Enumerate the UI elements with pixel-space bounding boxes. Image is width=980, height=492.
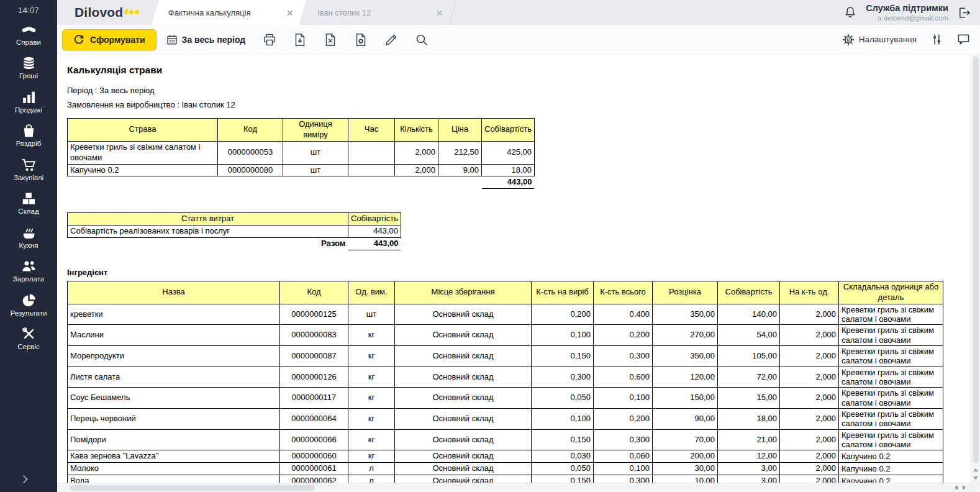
sidebar-item-kitchen[interactable]: Кухня	[0, 220, 57, 254]
sidebar-item-service[interactable]: Сервіс	[0, 322, 57, 356]
ingredient-assembly: Креветки гриль зі свіжим салатом і овоча…	[839, 304, 943, 325]
col-header: Кількість	[395, 119, 438, 142]
horizontal-scrollbar-thumb[interactable]	[70, 485, 315, 491]
sidebar-item-label: Результати	[11, 310, 47, 317]
ingredient-storage: Основний склад	[395, 388, 532, 409]
tab-label: Фактична калькуляція	[168, 8, 281, 17]
ingredient-unit: кг	[348, 325, 395, 346]
export-excel-icon[interactable]	[324, 33, 337, 47]
dishes-total-value: 443,00	[482, 176, 535, 189]
ingredients-caption: Інгредієнт	[67, 268, 966, 277]
chevron-right-icon	[20, 475, 28, 483]
sliders-icon[interactable]	[930, 33, 943, 46]
tab-ivan-table-12[interactable]: Іван столик 12	[301, 0, 457, 25]
ingredient-code: 0000000060	[280, 450, 348, 463]
scroll-left-button[interactable]	[952, 484, 960, 492]
dish-time	[348, 164, 395, 176]
settings-button[interactable]: Налаштування	[842, 34, 917, 46]
sidebar-item-cases[interactable]: Справи	[0, 17, 57, 51]
ingredient-assembly: Креветки гриль зі свіжим салатом і овоча…	[839, 429, 943, 450]
search-icon[interactable]	[415, 33, 429, 47]
report-settings-icon[interactable]	[354, 33, 368, 47]
ingredient-code: 0000000117	[280, 388, 348, 409]
handshake-icon	[21, 22, 37, 37]
scroll-up-button[interactable]	[972, 466, 980, 474]
ingredient-name: Листя салата	[68, 367, 280, 388]
col-header: Од. вим.	[348, 281, 395, 304]
ingredient-assembly: Креветки гриль зі свіжим салатом і овоча…	[839, 325, 943, 346]
ingredient-unit: кг	[348, 450, 395, 463]
ingredient-name: Кава зернова "Lavazza"	[68, 450, 280, 463]
ingredient-storage: Основний склад	[395, 450, 532, 463]
sidebar-item-money[interactable]: Гроші	[0, 51, 57, 85]
export-pdf-icon[interactable]	[293, 33, 307, 47]
sidebar-expand-button[interactable]	[0, 476, 57, 492]
dish-code: 0000000053	[218, 141, 283, 164]
horizontal-scrollbar[interactable]	[57, 483, 971, 492]
report-order-line: Замовлення на виробництво : Іван столик …	[67, 100, 966, 109]
ingredient-storage: Основний склад	[395, 304, 532, 325]
logout-icon[interactable]	[957, 6, 971, 20]
sidebar-item-purchases[interactable]: Закупівлі	[0, 152, 57, 186]
ingredient-row: Морепродукти 0000000087 кг Основний скла…	[68, 346, 943, 367]
ingredient-price: 270,00	[653, 325, 718, 346]
ingredient-row: Помідори 0000000066 кг Основний склад 0,…	[68, 429, 943, 450]
ingredient-code: 0000000061	[280, 463, 348, 475]
sidebar-item-label: Справи	[16, 39, 41, 47]
sidebar-item-results[interactable]: Результати	[0, 288, 57, 322]
sidebar-item-retail[interactable]: Роздріб	[0, 119, 57, 153]
generate-button[interactable]: Сформувати	[62, 29, 157, 50]
close-icon[interactable]	[435, 8, 444, 17]
tab-factual-calculation[interactable]: Фактична калькуляція	[151, 0, 307, 25]
print-icon[interactable]	[263, 33, 276, 47]
toolbar-right: Налаштування	[842, 33, 970, 46]
sidebar-item-salary[interactable]: Зарплата	[0, 254, 57, 288]
main-column: Dilovod Фактична калькуляція Іван столик…	[57, 0, 980, 492]
ingredient-qty-total: 0,060	[594, 450, 653, 463]
generate-label: Сформувати	[90, 35, 145, 45]
sidebar-item-warehouse[interactable]: Склад	[0, 186, 57, 221]
vertical-scrollbar[interactable]	[971, 55, 980, 483]
dish-row: Креветки гриль зі свіжим салатом і овоча…	[68, 141, 535, 164]
ingredient-assembly: Креветки гриль зі свіжим салатом і овоча…	[839, 346, 943, 367]
scrollbar-corner	[971, 483, 980, 492]
ingredient-unit: л	[348, 475, 395, 483]
vertical-scrollbar-thumb[interactable]	[973, 57, 979, 463]
triangle-left-icon	[955, 485, 958, 490]
ingredient-qty-per-item: 0,030	[532, 450, 594, 463]
shopping-bag-icon	[21, 123, 37, 139]
ingredient-cost: 105,00	[718, 346, 780, 367]
scroll-down-button[interactable]	[972, 474, 980, 482]
notifications-bell-icon[interactable]	[843, 6, 857, 19]
ingredient-per-qty: 2,000	[780, 409, 839, 430]
comment-icon[interactable]	[957, 33, 970, 46]
period-selector[interactable]: За весь період	[166, 34, 246, 45]
ingredient-cost: 3,00	[718, 475, 780, 483]
ingredient-code: 0000000083	[280, 325, 348, 346]
ingredient-code: 0000000126	[280, 367, 348, 388]
ingredient-qty-per-item: 0,050	[532, 388, 594, 409]
scroll-right-button[interactable]	[960, 484, 968, 492]
sidebar-item-sales[interactable]: Продажі	[0, 84, 57, 119]
dish-qty: 2,000	[395, 164, 438, 176]
ingredient-storage: Основний склад	[395, 429, 532, 450]
ingredient-code: 0000000064	[280, 409, 348, 430]
ingredient-per-qty: 2,000	[780, 304, 839, 325]
ingredient-row: Кава зернова "Lavazza" 0000000060 кг Осн…	[68, 450, 943, 463]
ingredient-per-qty: 2,000	[780, 346, 839, 367]
edit-icon[interactable]	[384, 33, 398, 47]
col-header: Складальна одиниця або деталь	[839, 281, 943, 304]
ingredient-qty-per-item: 0,150	[532, 346, 594, 367]
ingredient-assembly: Капучино 0.2	[839, 463, 943, 475]
ingredient-qty-total: 0,200	[594, 325, 653, 346]
logo-dots-icon	[125, 9, 139, 17]
ingredient-unit: кг	[348, 429, 395, 450]
expenses-table: Стаття витрат Собівартість Собівартість …	[67, 212, 401, 250]
ingredients-header-row: Назва Код Од. вим. Місце зберігання К-ст…	[68, 281, 943, 304]
ingredient-per-qty: 2,000	[780, 475, 839, 483]
dish-cost: 425,00	[482, 141, 535, 164]
triangle-up-icon	[973, 468, 978, 472]
ingredient-row: Маслини 0000000083 кг Основний склад 0,1…	[68, 325, 943, 346]
close-icon[interactable]	[286, 8, 294, 17]
col-header: Стаття витрат	[68, 213, 348, 226]
